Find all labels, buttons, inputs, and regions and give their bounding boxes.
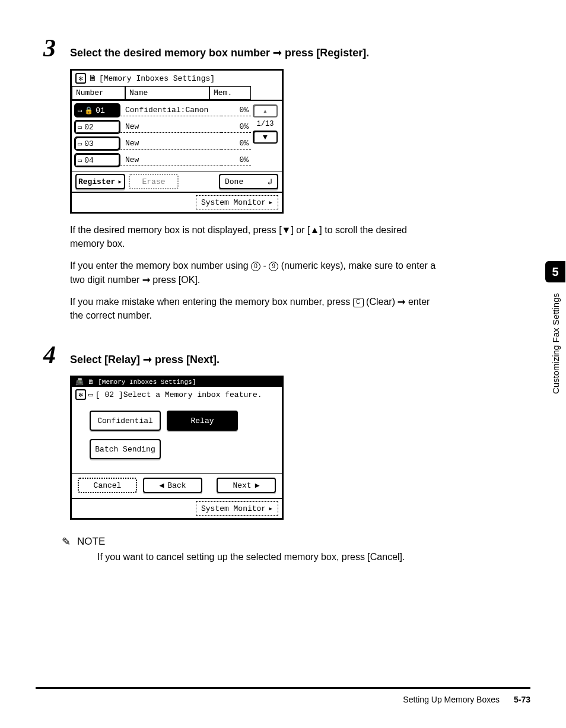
memory-box-04[interactable]: ▭ 04 — [74, 153, 120, 167]
list-item: ▭ 02 New 0% — [74, 120, 251, 134]
footer-page: 5-73 — [514, 695, 530, 704]
screen2-title: [ 02 ]Select a Memory inbox feature. — [96, 390, 262, 399]
footer-section: Setting Up Memory Boxes — [403, 695, 500, 704]
note-label: NOTE — [77, 536, 105, 548]
doc-icon: 🗎 — [88, 74, 97, 83]
box-num-03: 03 — [84, 139, 94, 148]
scroll-up-button[interactable]: ▴ — [253, 104, 278, 117]
relay-label: Relay — [190, 417, 214, 425]
system-monitor-button[interactable]: System Monitor ▸ — [196, 195, 278, 209]
inbox-icon: ▭ — [78, 156, 82, 165]
box-name-04: New — [120, 154, 221, 166]
box-mem-04: 0% — [221, 154, 251, 166]
list-item: ▭ 03 New 0% — [74, 136, 251, 151]
screenshot-memory-inboxes: ✻ 🗎 [Memory Inboxes Settings] Number Nam… — [70, 69, 284, 214]
memory-box-02[interactable]: ▭ 02 — [74, 120, 120, 134]
back-button[interactable]: ◀Back — [143, 478, 202, 493]
paragraph-numeric-keys: If you enter the memory box number using… — [70, 259, 438, 286]
up-triangle-icon: ▴ — [263, 106, 268, 116]
cancel-label: Cancel — [94, 481, 122, 490]
pencil-icon: ✎ — [59, 535, 72, 548]
back-label: Back — [167, 481, 186, 490]
chevron-right-icon: ▸ — [268, 504, 273, 513]
done-button[interactable]: Done ↲ — [219, 174, 278, 189]
cancel-button[interactable]: Cancel — [78, 478, 137, 493]
step-number-3: 3 — [36, 36, 56, 61]
confidential-label: Confidential — [97, 417, 153, 425]
inbox-icon: ▭ — [78, 106, 82, 115]
register-button[interactable]: Register ▸ — [75, 174, 125, 189]
erase-label: Erase — [142, 177, 165, 186]
list-item: ▭ 04 New 0% — [74, 153, 251, 167]
header-number: Number — [72, 86, 125, 100]
sysmon-label: System Monitor — [201, 504, 266, 513]
sysmon-label: System Monitor — [201, 198, 266, 207]
memory-box-01[interactable]: ▭ 🔒 01 — [74, 103, 120, 117]
header-name: Name — [125, 86, 209, 100]
box-mem-03: 0% — [221, 138, 251, 150]
lock-icon: 🔒 — [84, 106, 93, 115]
box-mem-01: 0% — [221, 104, 251, 116]
step4-title-b: press [Next]. — [152, 354, 220, 365]
doc-icon: 🗎 — [88, 379, 94, 386]
page-footer: Setting Up Memory Boxes 5-73 — [36, 687, 530, 704]
chevron-right-icon: ▸ — [117, 177, 122, 186]
scroll-down-button[interactable]: ▼ — [253, 131, 278, 144]
arrow-icon: ➞ — [398, 297, 405, 307]
box-name-01: Confidential:Canon — [120, 104, 221, 116]
box-name-02: New — [120, 121, 221, 133]
memory-box-03[interactable]: ▭ 03 — [74, 136, 120, 151]
paragraph-clear-hint: If you make mistake when entering the me… — [70, 295, 438, 322]
down-triangle-icon: ▼ — [263, 133, 268, 142]
arrow-icon: ➞ — [273, 47, 282, 59]
screenshot-select-feature: 📠 🗎 [Memory Inboxes Settings] ✻ ▭ [ 02 ]… — [70, 376, 284, 520]
box-name-03: New — [120, 138, 221, 150]
numeric-key-9-icon: 9 — [269, 262, 278, 271]
chapter-tab: 5 — [545, 261, 565, 282]
arrow-icon: ➞ — [142, 275, 150, 285]
arrow-icon: ➞ — [143, 354, 152, 365]
relay-button[interactable]: Relay — [167, 411, 238, 431]
inbox-icon: ▭ — [88, 390, 93, 399]
step3-title-b: press [Register]. — [282, 47, 369, 59]
up-triangle-icon: ▲ — [310, 225, 319, 235]
fax-icon: 📠 — [75, 379, 84, 386]
done-label: Done — [225, 177, 243, 186]
next-button[interactable]: Next▶ — [217, 478, 276, 493]
confidential-button[interactable]: Confidential — [90, 411, 161, 431]
chevron-right-icon: ▸ — [268, 198, 273, 207]
batch-sending-button[interactable]: Batch Sending — [90, 439, 161, 459]
note-heading: ✎ NOTE — [59, 535, 530, 548]
register-label: Register — [78, 177, 115, 186]
system-monitor-button[interactable]: System Monitor ▸ — [196, 501, 278, 516]
next-label: Next — [233, 481, 251, 490]
paragraph-scroll-hint: If the desired memory box is not display… — [70, 223, 438, 250]
box-num-02: 02 — [84, 123, 94, 132]
step-number-4: 4 — [36, 342, 56, 367]
fan-icon: ✻ — [75, 73, 86, 84]
inbox-icon: ▭ — [78, 123, 82, 132]
box-num-04: 04 — [84, 156, 94, 165]
down-triangle-icon: ▼ — [282, 225, 291, 235]
page-indicator: 1/13 — [257, 120, 274, 128]
fan-icon: ✻ — [75, 389, 86, 400]
chevron-left-icon: ◀ — [159, 481, 164, 490]
numeric-key-0-icon: 0 — [251, 262, 260, 271]
note-text: If you want to cancel setting up the sel… — [97, 552, 530, 562]
return-icon: ↲ — [268, 177, 272, 187]
step3-title-a: Select the desired memory box number — [70, 47, 273, 59]
batch-label: Batch Sending — [95, 445, 155, 454]
clear-key-icon: C — [353, 298, 364, 307]
screen1-title: [Memory Inboxes Settings] — [99, 74, 215, 83]
list-item: ▭ 🔒 01 Confidential:Canon 0% — [74, 103, 251, 117]
erase-button: Erase — [129, 174, 179, 189]
step4-title-a: Select [Relay] — [70, 354, 143, 365]
box-num-01: 01 — [96, 106, 105, 115]
inbox-icon: ▭ — [78, 139, 82, 148]
step-title-4: Select [Relay] ➞ press [Next]. — [70, 353, 530, 366]
header-mem: Mem. — [209, 86, 251, 100]
screen2-breadcrumb: 📠 🗎 [Memory Inboxes Settings] — [72, 377, 282, 387]
chevron-right-icon: ▶ — [255, 481, 260, 490]
box-mem-02: 0% — [221, 121, 251, 133]
step-title-3: Select the desired memory box number ➞ p… — [70, 46, 530, 59]
